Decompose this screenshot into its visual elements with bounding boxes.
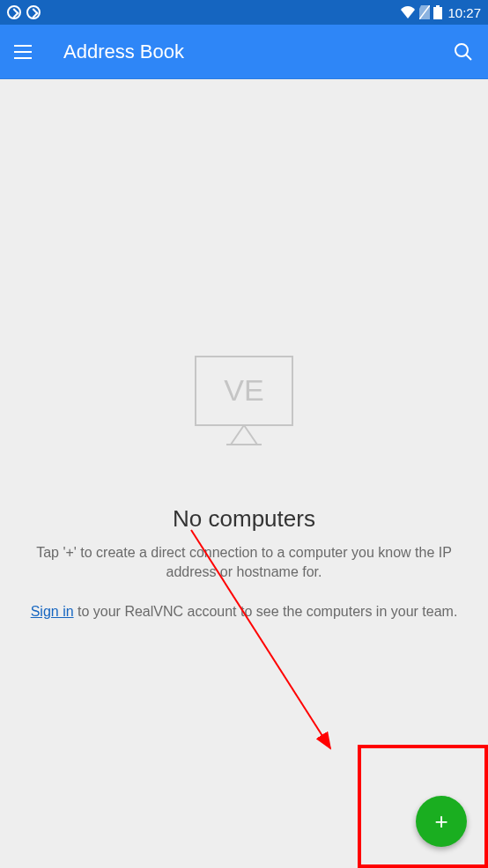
svg-line-4 bbox=[466, 55, 471, 60]
svg-point-3 bbox=[455, 44, 468, 56]
signin-line: Sign in to your RealVNC account to see t… bbox=[16, 604, 472, 620]
status-time: 10:27 bbox=[447, 5, 481, 20]
app-notification-icon bbox=[26, 5, 41, 19]
svg-line-7 bbox=[231, 425, 244, 445]
svg-text:VE: VE bbox=[224, 373, 263, 407]
svg-rect-2 bbox=[433, 7, 442, 19]
status-bar-left bbox=[7, 5, 41, 19]
menu-button[interactable] bbox=[14, 41, 35, 63]
svg-line-8 bbox=[244, 425, 257, 445]
add-computer-fab[interactable]: + bbox=[416, 796, 467, 847]
app-bar: Address Book bbox=[0, 25, 488, 79]
empty-state-subtitle: Tap '+' to create a direct connection to… bbox=[16, 543, 472, 581]
app-title: Address Book bbox=[63, 40, 453, 63]
app-notification-icon bbox=[7, 5, 21, 19]
wifi-icon bbox=[400, 6, 416, 18]
status-bar-right: 10:27 bbox=[400, 5, 481, 20]
status-bar: 10:27 bbox=[0, 0, 488, 25]
monitor-illustration: VE bbox=[16, 352, 472, 449]
battery-icon bbox=[433, 5, 442, 19]
plus-icon: + bbox=[434, 810, 447, 833]
svg-rect-1 bbox=[436, 5, 440, 7]
signin-link[interactable]: Sign in bbox=[31, 604, 74, 619]
signin-text: to your RealVNC account to see the compu… bbox=[74, 604, 458, 619]
no-sim-icon bbox=[419, 5, 430, 19]
search-button[interactable] bbox=[453, 41, 474, 63]
empty-state: VE No computers Tap '+' to create a dire… bbox=[0, 352, 488, 620]
search-icon bbox=[453, 41, 474, 63]
empty-state-title: No computers bbox=[16, 505, 472, 533]
